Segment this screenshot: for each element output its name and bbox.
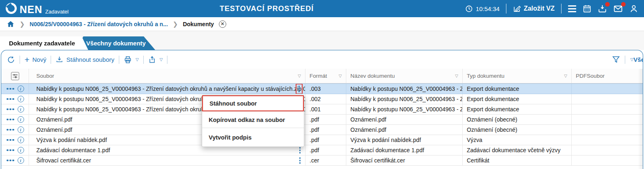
tab-strip: Všechny dokumenty Dokumenty zadavatele — [0, 31, 644, 50]
column-settings-cell[interactable] — [1, 69, 29, 83]
row-actions-icon[interactable] — [7, 98, 14, 100]
printer-icon — [124, 56, 132, 64]
column-header-nazev[interactable]: Název dokumentu ▽ — [346, 69, 463, 83]
divider — [625, 56, 625, 64]
chevron-right-icon: ❯ — [20, 20, 25, 28]
tab-dokumenty-zadavatele[interactable]: Dokumenty zadavatele — [0, 36, 88, 50]
divider — [143, 56, 144, 64]
scroll-edge-shadow — [638, 69, 643, 169]
row-actions-icon[interactable] — [7, 108, 14, 110]
filter-triangle-icon[interactable]: ▽ — [452, 74, 458, 78]
chevron-down-icon: ▽ — [160, 57, 163, 62]
documents-table: Soubor ▽ Formát ▽ Název dokumentu ▽ Typ … — [1, 69, 643, 169]
table-row[interactable]: i Oznámení.pdf .pdf Oznámení.pdf Oznámen… — [1, 115, 643, 125]
filter-triangle-icon[interactable]: ▽ — [295, 74, 301, 78]
column-header-soubor[interactable]: Soubor ▽ — [29, 69, 305, 83]
filter-triangle-icon[interactable]: ▽ — [562, 74, 567, 78]
home-icon[interactable] — [7, 20, 15, 28]
breadcrumb-procedure-link[interactable]: N006/25/V00004963 - Zřízení datových okr… — [30, 21, 168, 27]
info-icon[interactable]: i — [18, 147, 24, 153]
print-button[interactable]: ▽ — [124, 56, 139, 64]
tab-vsechny-dokumenty[interactable]: Všechny dokumenty — [77, 36, 155, 50]
brand-role: Zadavatel — [45, 9, 69, 15]
divider — [119, 56, 119, 64]
divider — [167, 56, 167, 64]
downloads-icon[interactable] — [598, 4, 607, 13]
breadcrumb: ❯ N006/25/V00004963 - Zřízení datových o… — [0, 17, 644, 31]
create-vz-button[interactable]: Založit VZ — [513, 5, 555, 13]
row-actions-icon[interactable] — [7, 139, 14, 141]
info-icon[interactable]: i — [18, 86, 24, 92]
row-actions-icon[interactable] — [7, 160, 14, 162]
row-actions-icon[interactable] — [7, 149, 14, 151]
table-row[interactable]: i Nabídky k postupu N006_25_V00004963 - … — [1, 104, 643, 115]
row-actions-icon[interactable] — [7, 129, 14, 131]
info-icon[interactable]: i — [18, 126, 24, 133]
table-row[interactable]: i Výzva k podání nabídek.pdf .pdf Výzva … — [1, 135, 643, 145]
menu-item-kopirovat-odkaz[interactable]: Kopírovat odkaz na soubor — [202, 111, 304, 128]
kebab-menu-icon[interactable] — [296, 84, 303, 94]
divider — [506, 4, 506, 14]
table-row[interactable]: i Nabídky k postupu N006_25_V00004963 - … — [1, 94, 643, 104]
file-context-menu: Stáhnout soubor Kopírovat odkaz na soubo… — [202, 95, 304, 147]
divider — [51, 56, 51, 64]
chevron-down-icon: ▽ — [136, 57, 139, 62]
column-header-format[interactable]: Formát ▽ — [305, 69, 346, 83]
info-icon[interactable]: i — [18, 116, 24, 123]
info-icon[interactable]: i — [18, 157, 24, 164]
pdf-cell — [572, 94, 643, 104]
info-icon[interactable]: i — [18, 106, 24, 113]
app-header: NEN Zadavatel TESTOVACÍ PROSTŘEDÍ 10:54:… — [0, 0, 644, 17]
column-settings-icon — [11, 72, 19, 80]
share-icon — [148, 56, 156, 63]
clock-time: 10:54:34 — [476, 5, 499, 12]
plus-icon: + — [25, 55, 29, 64]
download-icon — [56, 56, 63, 63]
chevron-down-icon: ▽ — [631, 57, 634, 62]
app-logo[interactable]: NEN Zadavatel — [6, 3, 69, 15]
kebab-menu-icon[interactable] — [297, 156, 303, 165]
refresh-button[interactable] — [7, 56, 15, 64]
calendar-icon[interactable] — [583, 5, 591, 13]
clock-icon — [465, 5, 473, 13]
menu-item-vytvorit-podpis[interactable]: Vytvořit podpis — [202, 128, 304, 146]
chevron-right-icon: ❯ — [173, 20, 178, 28]
column-header-pdfsoubor[interactable]: PDFSoubor — [572, 69, 643, 83]
breadcrumb-current: Dokumenty — [183, 21, 214, 27]
pdf-cell — [572, 155, 643, 165]
table-row[interactable]: i Zadávací dokumentace 1.pdf .pdf Zadáva… — [1, 145, 643, 155]
mail-icon[interactable] — [613, 4, 623, 14]
filter-icon[interactable] — [612, 55, 620, 64]
info-icon[interactable]: i — [18, 96, 24, 102]
filter-preset-dropdown[interactable]: Vše — [633, 56, 643, 63]
user-profile-icon[interactable] — [629, 4, 638, 13]
documents-panel: + Nový Stáhnout soubory ▽ — [1, 50, 643, 169]
pdf-cell — [572, 115, 643, 124]
row-actions-icon[interactable] — [7, 88, 14, 90]
clock-widget: 10:54:34 — [465, 5, 499, 13]
table-row[interactable]: i Nabídky k postupu N006_25_V00004963 - … — [1, 83, 643, 94]
download-files-button[interactable]: Stáhnout soubory — [56, 56, 114, 63]
table-row[interactable]: i Oznámení.pdf .pdf Oznámení.pdf Oznámen… — [1, 125, 643, 135]
close-breadcrumb-icon[interactable]: ✕ — [219, 20, 226, 28]
menu-item-stahnout-soubor[interactable]: Stáhnout soubor — [202, 95, 304, 111]
kebab-menu-icon[interactable] — [297, 146, 303, 155]
pdf-cell — [572, 135, 643, 145]
pdf-cell — [572, 145, 643, 155]
menu-icon[interactable] — [568, 5, 576, 12]
column-header-typ[interactable]: Typ dokumentu ▽ — [463, 69, 572, 83]
pdf-cell — [572, 84, 643, 94]
table-header-row: Soubor ▽ Formát ▽ Název dokumentu ▽ Typ … — [1, 69, 643, 83]
table-row[interactable]: i Šifrovací certifikát.cer .cer Šifrovac… — [1, 155, 643, 166]
brand-name: NEN — [20, 5, 42, 15]
pdf-cell — [572, 104, 643, 114]
notification-dot — [605, 2, 610, 7]
compose-icon — [513, 5, 521, 13]
info-icon[interactable]: i — [18, 137, 24, 143]
grid-toolbar: + Nový Stáhnout soubory ▽ — [1, 50, 643, 69]
export-button[interactable]: ▽ — [148, 56, 163, 63]
row-actions-icon[interactable] — [7, 119, 14, 121]
filter-triangle-icon[interactable]: ▽ — [336, 74, 342, 78]
new-button[interactable]: + Nový — [25, 55, 46, 64]
divider — [561, 4, 562, 14]
